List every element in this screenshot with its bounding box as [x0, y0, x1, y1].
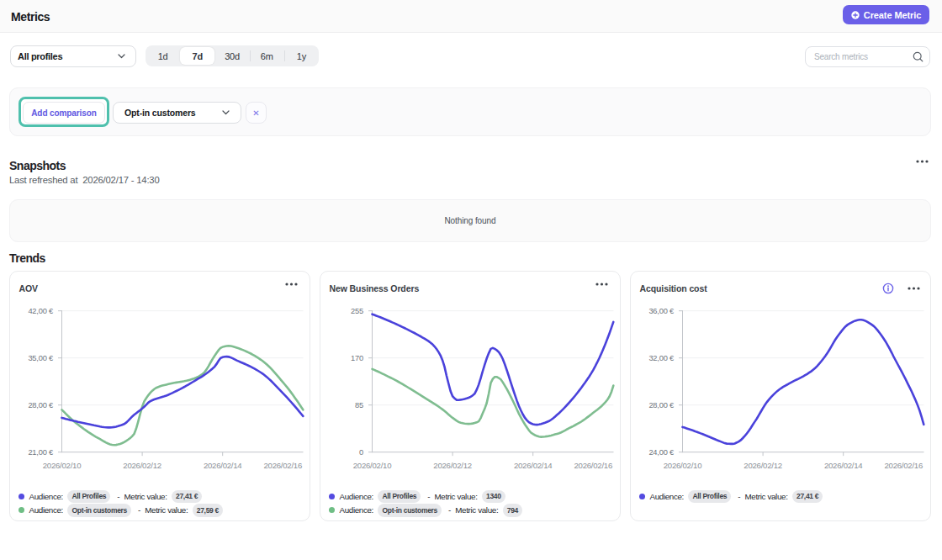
svg-text:2026/02/16: 2026/02/16 — [884, 461, 923, 470]
svg-text:28,00 €: 28,00 € — [28, 401, 54, 409]
svg-text:2026/02/14: 2026/02/14 — [204, 461, 242, 470]
svg-text:85: 85 — [355, 401, 363, 409]
svg-text:28,00 €: 28,00 € — [648, 401, 675, 409]
svg-text:2026/02/10: 2026/02/10 — [43, 461, 82, 470]
svg-text:2026/02/12: 2026/02/12 — [744, 461, 782, 470]
svg-text:21,00 €: 21,00 € — [28, 448, 54, 457]
svg-text:2026/02/12: 2026/02/12 — [123, 461, 161, 470]
svg-text:0: 0 — [359, 448, 363, 457]
svg-text:35,00 €: 35,00 € — [28, 354, 54, 362]
svg-text:42,00 €: 42,00 € — [28, 307, 54, 315]
svg-text:170: 170 — [351, 354, 363, 362]
svg-text:24,00 €: 24,00 € — [648, 448, 675, 457]
svg-text:255: 255 — [351, 307, 363, 315]
svg-text:2026/02/12: 2026/02/12 — [433, 461, 472, 470]
svg-text:2026/02/10: 2026/02/10 — [664, 461, 702, 470]
svg-text:2026/02/14: 2026/02/14 — [824, 461, 863, 470]
svg-text:2026/02/10: 2026/02/10 — [353, 461, 392, 470]
svg-text:32,00 €: 32,00 € — [648, 354, 675, 362]
svg-text:2026/02/16: 2026/02/16 — [263, 461, 302, 470]
svg-text:36,00 €: 36,00 € — [648, 307, 675, 315]
svg-text:2026/02/16: 2026/02/16 — [574, 461, 612, 470]
svg-text:2026/02/14: 2026/02/14 — [514, 461, 553, 470]
